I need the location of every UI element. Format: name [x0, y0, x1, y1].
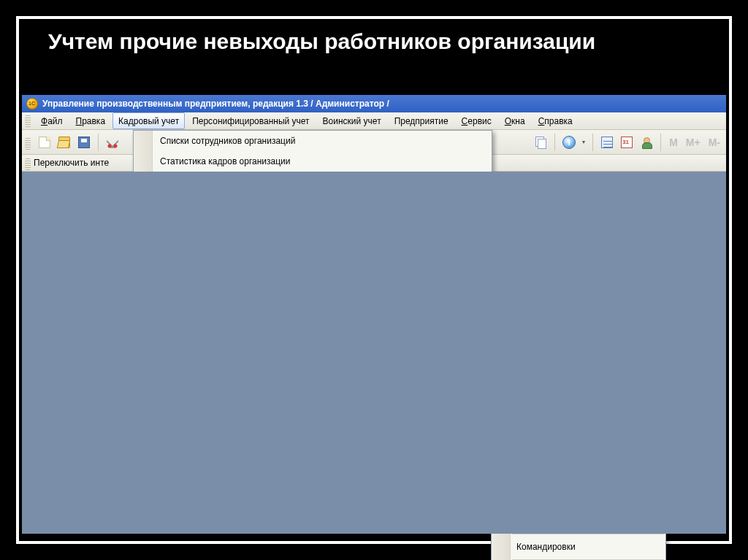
- open-button[interactable]: [56, 134, 73, 151]
- menu-separator: [512, 534, 664, 534]
- info-button[interactable]: i: [560, 134, 578, 151]
- scissors-icon: [107, 137, 118, 148]
- save-button[interactable]: [75, 134, 93, 151]
- menu-military[interactable]: Воинский учет: [317, 112, 387, 129]
- toolbar-separator: [660, 134, 661, 151]
- menu-hr[interactable]: Кадровый учет: [112, 112, 185, 129]
- menu-help[interactable]: Справка: [533, 112, 579, 129]
- toolbar-grip-icon: [25, 158, 31, 170]
- memory-m-button[interactable]: M: [666, 137, 681, 148]
- toolbar-separator: [98, 134, 99, 151]
- submenu-item[interactable]: Командировки: [492, 537, 665, 557]
- window-title: Управление производственным предприятием…: [42, 99, 389, 109]
- app-titlebar: Управление производственным предприятием…: [22, 95, 726, 112]
- switch-interface-label[interactable]: Переключить инте: [34, 158, 109, 168]
- menu-item[interactable]: Списки сотрудников организаций: [134, 131, 492, 151]
- toolbar-grip-icon: [25, 115, 31, 127]
- memory-mminus-button[interactable]: M-: [706, 137, 723, 148]
- toolbar-grip-icon: [25, 138, 31, 150]
- floppy-save-icon: [78, 137, 90, 148]
- copy-icon: [535, 137, 546, 148]
- menu-windows[interactable]: Окна: [499, 112, 531, 129]
- slide-frame: Учтем прочие невыходы работников организ…: [16, 16, 732, 544]
- calculator-icon: [601, 137, 613, 148]
- menu-personified[interactable]: Персонифицированный учет: [186, 112, 315, 129]
- calendar-button[interactable]: [618, 134, 636, 151]
- menu-bar: Файл Правка Кадровый учет Персонифициров…: [22, 112, 726, 130]
- toolbar-separator: [592, 134, 593, 151]
- calculator-button[interactable]: [598, 134, 616, 151]
- folder-open-icon: [58, 137, 70, 148]
- slide-title: Учтем прочие невыходы работников организ…: [19, 19, 729, 64]
- app-icon: [26, 98, 38, 110]
- menu-service[interactable]: Сервис: [456, 112, 497, 129]
- menu-item[interactable]: Статистика кадров организации: [134, 151, 492, 172]
- new-file-icon: [39, 137, 50, 148]
- new-document-button[interactable]: [36, 134, 53, 151]
- workspace-area: [22, 172, 726, 534]
- cut-button[interactable]: [104, 134, 121, 151]
- info-icon: i: [562, 136, 576, 149]
- toolbar-separator: [554, 134, 555, 151]
- menu-file[interactable]: Файл: [35, 112, 69, 129]
- menu-enterprise[interactable]: Предприятие: [389, 112, 454, 129]
- app-window: Управление производственным предприятием…: [22, 95, 726, 534]
- copy-button[interactable]: [532, 134, 549, 151]
- calendar-icon: [621, 137, 633, 148]
- dropdown-chevron-icon[interactable]: ▾: [580, 139, 587, 145]
- user-button[interactable]: [638, 134, 655, 151]
- menu-edit[interactable]: Правка: [70, 112, 112, 129]
- memory-mplus-button[interactable]: M+: [683, 137, 703, 148]
- user-icon: [641, 137, 652, 148]
